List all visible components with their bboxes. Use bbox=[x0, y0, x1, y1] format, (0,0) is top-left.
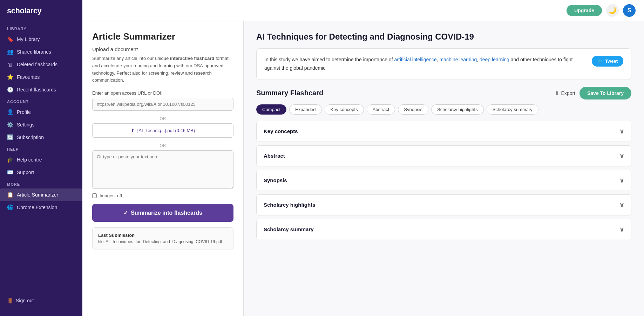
accordion-header-scholarcy-highlights[interactable]: Scholarcy highlights∨ bbox=[257, 195, 631, 215]
tab-scholarcy-summary[interactable]: Scholarcy summary bbox=[487, 104, 538, 115]
accordion-header-abstract[interactable]: Abstract∨ bbox=[257, 146, 631, 166]
accordion-header-key-concepts[interactable]: Key concepts∨ bbox=[257, 121, 631, 142]
images-checkbox-row: Images: off bbox=[92, 193, 233, 198]
article-summarizer-label: Article Summarizer bbox=[17, 192, 58, 198]
abstract-before: In this study we have aimed to determine… bbox=[264, 57, 394, 62]
sidebar-item-shared-libraries[interactable]: 👥Shared libraries bbox=[0, 46, 82, 58]
accordion-scholarcy-summary: Scholarcy summary∨ bbox=[256, 219, 631, 240]
sidebar-item-chrome-extension[interactable]: 🌐Chrome Extension bbox=[0, 201, 82, 214]
sidebar-section-more: MORE bbox=[0, 179, 82, 188]
content-area: Article Summarizer Upload a document Sum… bbox=[82, 21, 644, 316]
accordion-chevron-scholarcy-highlights: ∨ bbox=[619, 201, 624, 209]
sidebar-item-favourites[interactable]: ⭐Favourites bbox=[0, 71, 82, 83]
export-icon: ⬇ bbox=[555, 90, 559, 96]
help-centre-icon: 🎓 bbox=[7, 157, 13, 163]
favourites-label: Favourites bbox=[17, 74, 40, 80]
tab-scholarcy-highlights[interactable]: Scholarcy highlights bbox=[431, 104, 484, 115]
accordion-header-scholarcy-summary[interactable]: Scholarcy summary∨ bbox=[257, 219, 631, 240]
text-input[interactable] bbox=[92, 150, 233, 189]
accordion-label-key-concepts: Key concepts bbox=[264, 128, 298, 134]
file-upload-label: [AI_Techniq...].pdf (0.46 MB) bbox=[137, 128, 195, 133]
last-submission-title: Last Submission bbox=[98, 233, 228, 238]
shared-libraries-label: Shared libraries bbox=[17, 49, 51, 55]
tab-key-concepts[interactable]: Key concepts bbox=[325, 104, 364, 115]
panel-title: Article Summarizer bbox=[92, 31, 233, 42]
sidebar-bottom: 🚪 Sign out bbox=[0, 292, 82, 309]
accordion-abstract: Abstract∨ bbox=[256, 145, 631, 166]
sidebar-item-recent-flashcards[interactable]: 🕐Recent flashcards bbox=[0, 83, 82, 96]
sidebar-item-article-summarizer[interactable]: 📋Article Summarizer bbox=[0, 188, 82, 201]
profile-label: Profile bbox=[17, 109, 31, 115]
upgrade-button[interactable]: Upgrade bbox=[567, 5, 602, 16]
tab-compact[interactable]: Compact bbox=[256, 104, 286, 115]
sign-out-icon: 🚪 bbox=[7, 298, 13, 303]
or-divider-1: OR bbox=[92, 116, 233, 121]
tab-synopsis[interactable]: Synopsis bbox=[398, 104, 428, 115]
accordion-header-synopsis[interactable]: Synopsis∨ bbox=[257, 170, 631, 191]
save-library-button[interactable]: Save To Library bbox=[579, 87, 631, 99]
deleted-flashcards-icon: 🗑 bbox=[7, 61, 13, 68]
article-summarizer-icon: 📋 bbox=[7, 192, 13, 198]
tab-abstract[interactable]: Abstract bbox=[367, 104, 395, 115]
shared-libraries-icon: 👥 bbox=[7, 49, 13, 55]
file-upload-button[interactable]: ⬆ [AI_Techniq...].pdf (0.46 MB) bbox=[92, 123, 233, 138]
subscription-icon: 🔄 bbox=[7, 134, 13, 140]
right-panel: AI Techniques for Detecting and Diagnosi… bbox=[244, 21, 644, 316]
upload-desc-plain: Summarize any article into our unique bbox=[92, 56, 170, 61]
tweet-button[interactable]: 🐦 Tweet bbox=[592, 56, 623, 67]
sign-out-button[interactable]: 🚪 Sign out bbox=[7, 298, 75, 303]
abstract-link-ai[interactable]: artificial intelligence bbox=[394, 57, 436, 62]
profile-icon: 👤 bbox=[7, 109, 13, 115]
sidebar-item-deleted-flashcards[interactable]: 🗑Deleted flashcards bbox=[0, 58, 82, 71]
sidebar-sections: LIBRARY🔖My Library👥Shared libraries🗑Dele… bbox=[0, 23, 82, 214]
accordions-container: Key concepts∨Abstract∨Synopsis∨Scholarcy… bbox=[256, 121, 631, 240]
last-submission-file: file: AI_Techniques_for_Detecting_and_Di… bbox=[98, 239, 228, 244]
theme-toggle-button[interactable]: 🌙 bbox=[606, 4, 619, 17]
flashcard-header: Summary Flashcard ⬇ Export Save To Libra… bbox=[256, 87, 631, 99]
accordion-chevron-abstract: ∨ bbox=[619, 152, 624, 160]
accordion-synopsis: Synopsis∨ bbox=[256, 170, 631, 191]
article-title: AI Techniques for Detecting and Diagnosi… bbox=[256, 31, 631, 42]
recent-flashcards-icon: 🕐 bbox=[7, 87, 13, 93]
chrome-extension-label: Chrome Extension bbox=[17, 205, 57, 210]
accordion-chevron-scholarcy-summary: ∨ bbox=[619, 226, 624, 233]
sidebar-item-settings[interactable]: ⚙️Settings bbox=[0, 118, 82, 131]
abstract-link-ml[interactable]: machine learning bbox=[440, 57, 477, 62]
left-panel: Article Summarizer Upload a document Sum… bbox=[82, 21, 244, 316]
summarize-button[interactable]: ✓ Summarize into flashcards bbox=[92, 204, 233, 222]
export-button[interactable]: ⬇ Export bbox=[555, 90, 575, 96]
topbar: Upgrade 🌙 S bbox=[82, 0, 644, 21]
sidebar-item-profile[interactable]: 👤Profile bbox=[0, 106, 82, 118]
images-checkbox[interactable] bbox=[92, 193, 97, 198]
main-area: Upgrade 🌙 S Article Summarizer Upload a … bbox=[82, 0, 644, 316]
sidebar-item-my-library[interactable]: 🔖My Library bbox=[0, 33, 82, 46]
tweet-label: Tweet bbox=[605, 59, 618, 64]
upload-icon: ⬆ bbox=[131, 128, 135, 133]
avatar[interactable]: S bbox=[623, 4, 636, 17]
sidebar: scholarcy LIBRARY🔖My Library👥Shared libr… bbox=[0, 0, 82, 316]
subscription-label: Subscription bbox=[17, 135, 44, 140]
support-label: Support bbox=[17, 170, 34, 175]
app-logo: scholarcy bbox=[0, 0, 82, 23]
sidebar-item-subscription[interactable]: 🔄Subscription bbox=[0, 131, 82, 144]
favourites-icon: ⭐ bbox=[7, 74, 13, 80]
abstract-link-dl[interactable]: deep learning bbox=[480, 57, 509, 62]
my-library-icon: 🔖 bbox=[7, 36, 13, 42]
tab-expanded[interactable]: Expanded bbox=[289, 104, 322, 115]
images-label: Images: off bbox=[100, 193, 122, 198]
tabs-row: CompactExpandedKey conceptsAbstractSynop… bbox=[256, 104, 631, 115]
url-input[interactable] bbox=[92, 98, 233, 111]
sign-out-label: Sign out bbox=[16, 298, 34, 303]
upload-desc-bold: interactive flashcard bbox=[170, 56, 214, 61]
abstract-comma2: , bbox=[477, 57, 480, 62]
abstract-box: In this study we have aimed to determine… bbox=[256, 48, 631, 80]
sidebar-item-support[interactable]: ✉️Support bbox=[0, 166, 82, 179]
settings-icon: ⚙️ bbox=[7, 122, 13, 128]
chrome-extension-icon: 🌐 bbox=[7, 204, 13, 211]
header-actions: ⬇ Export Save To Library bbox=[555, 87, 631, 99]
accordion-label-scholarcy-highlights: Scholarcy highlights bbox=[264, 202, 316, 208]
sidebar-section-library: LIBRARY bbox=[0, 23, 82, 33]
my-library-label: My Library bbox=[17, 36, 40, 42]
upload-subtitle: Upload a document bbox=[92, 46, 233, 52]
sidebar-item-help-centre[interactable]: 🎓Help centre bbox=[0, 153, 82, 166]
